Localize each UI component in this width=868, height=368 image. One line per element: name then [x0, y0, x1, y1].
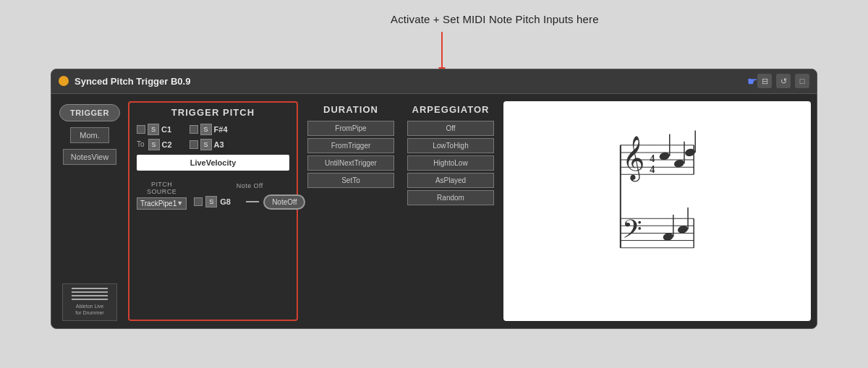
- s-btn-f4[interactable]: S: [200, 124, 212, 135]
- notes-view-button[interactable]: NotesView: [63, 149, 116, 165]
- drummer-line-1: [72, 288, 108, 289]
- s-btn-a3[interactable]: S: [200, 139, 212, 150]
- arpeggiator-section: ARPEGGIATOR Off LowToHigh HightoLow AsPl…: [404, 101, 498, 321]
- drummer-line-2: [72, 291, 108, 293]
- sheet-music-svg: 𝄞 𝄢: [503, 101, 811, 321]
- arp-btn-random[interactable]: Random: [407, 190, 494, 205]
- title-bar-icons: ⊟ ↺ □: [757, 74, 809, 88]
- s-btn-c1[interactable]: S: [148, 124, 159, 135]
- s-btn-noteoff[interactable]: S: [205, 196, 217, 207]
- trigger-pitch-title: TRIGGER PITCH: [137, 107, 289, 118]
- duration-btn-fromtrigger[interactable]: FromTrigger: [307, 138, 394, 153]
- pitch-row-c2: To S C2: [137, 139, 184, 150]
- title-icon-3[interactable]: □: [795, 74, 809, 88]
- note-a3: A3: [214, 140, 236, 149]
- trigger-button[interactable]: TRIGGER: [59, 104, 120, 121]
- title-icon-1[interactable]: ⊟: [757, 74, 772, 88]
- title-bar: Synced Pitch Trigger B0.9 ☛ ⊟ ↺ □: [51, 69, 817, 94]
- duration-btn-untilnext[interactable]: UntilNextTrigger: [307, 155, 394, 171]
- svg-text:𝄞: 𝄞: [622, 136, 644, 182]
- duration-btn-setto[interactable]: SetTo: [307, 173, 394, 188]
- note-c2: C2: [162, 140, 184, 149]
- velocity-bar[interactable]: LiveVelocity: [137, 155, 289, 171]
- s-btn-c2[interactable]: S: [148, 139, 160, 150]
- note-c1: C1: [161, 125, 183, 134]
- title-bar-title: Synced Pitch Trigger B0.9: [75, 76, 744, 87]
- drummer-line-4: [72, 299, 108, 300]
- pitch-row-f4: S F#4: [190, 124, 236, 135]
- arp-btn-hightolow[interactable]: HightoLow: [407, 155, 494, 171]
- note-g8: G8: [220, 197, 242, 206]
- checkbox-f4[interactable]: [190, 125, 198, 134]
- pitch-source-section: PITCH SOURCE TrackPipe1 ▼: [137, 181, 187, 210]
- svg-text:4: 4: [650, 163, 655, 175]
- pitch-col-left: S C1 To S C2: [137, 124, 184, 150]
- drummer-logo: Ableton Livefor Drummer: [62, 283, 117, 321]
- checkbox-a3[interactable]: [190, 140, 198, 149]
- main-content: TRIGGER Mom. NotesView Ableton Livefor D…: [51, 94, 817, 328]
- note-off-section: Note Off S G8 NoteOff: [194, 182, 305, 210]
- left-sidebar: TRIGGER Mom. NotesView Ableton Livefor D…: [57, 101, 122, 321]
- svg-text:4: 4: [650, 153, 655, 164]
- pitch-col-right: S F#4 S A3: [190, 124, 236, 150]
- to-label: To: [137, 140, 145, 148]
- duration-section: DURATION FromPipe FromTrigger UntilNextT…: [304, 101, 398, 321]
- arpeggiator-title: ARPEGGIATOR: [412, 104, 489, 115]
- checkbox-c1[interactable]: [137, 125, 145, 134]
- note-f4: F#4: [214, 125, 236, 134]
- drummer-line-3: [72, 295, 108, 296]
- pitch-source-value: TrackPipe1: [140, 200, 176, 207]
- pitch-source-label: PITCH SOURCE: [137, 181, 187, 195]
- pitch-row-c1: S C1: [137, 124, 184, 135]
- note-off-row: S G8 NoteOff: [194, 194, 305, 210]
- pitch-source-dropdown-icon[interactable]: ▼: [176, 200, 183, 207]
- duration-btn-frompipe[interactable]: FromPipe: [307, 121, 394, 136]
- note-off-label: Note Off: [237, 182, 263, 189]
- drummer-lines: [72, 288, 108, 300]
- arp-btn-asplayed[interactable]: AsPlayed: [407, 173, 494, 188]
- annotation-text: Activate + Set MIDI Note Pitch Inputs he…: [391, 13, 599, 25]
- duration-title: DURATION: [323, 104, 378, 115]
- pitch-row-a3: S A3: [190, 139, 236, 150]
- mom-button[interactable]: Mom.: [70, 127, 109, 143]
- title-bar-hand-icon: ☛: [747, 74, 757, 88]
- svg-text:𝄢: 𝄢: [622, 215, 642, 249]
- arp-btn-off[interactable]: Off: [407, 121, 494, 136]
- drummer-logo-text: Ableton Livefor Drummer: [75, 303, 103, 316]
- annotation-arrow: [441, 32, 443, 68]
- pitch-rows: S C1 To S C2 S F#4: [137, 124, 289, 150]
- note-off-button[interactable]: NoteOff: [263, 194, 305, 210]
- arp-btn-lowtohigh[interactable]: LowToHigh: [407, 138, 494, 153]
- trigger-pitch-section: TRIGGER PITCH S C1 To S C2: [128, 101, 298, 321]
- title-bar-dot: [59, 76, 69, 86]
- connector-line: [246, 201, 259, 202]
- title-icon-2[interactable]: ↺: [776, 74, 791, 88]
- sheet-music-section: 𝄞 𝄢: [503, 101, 811, 321]
- checkbox-noteoff[interactable]: [194, 197, 203, 206]
- plugin-window: Synced Pitch Trigger B0.9 ☛ ⊟ ↺ □ TRIGGE…: [51, 69, 817, 329]
